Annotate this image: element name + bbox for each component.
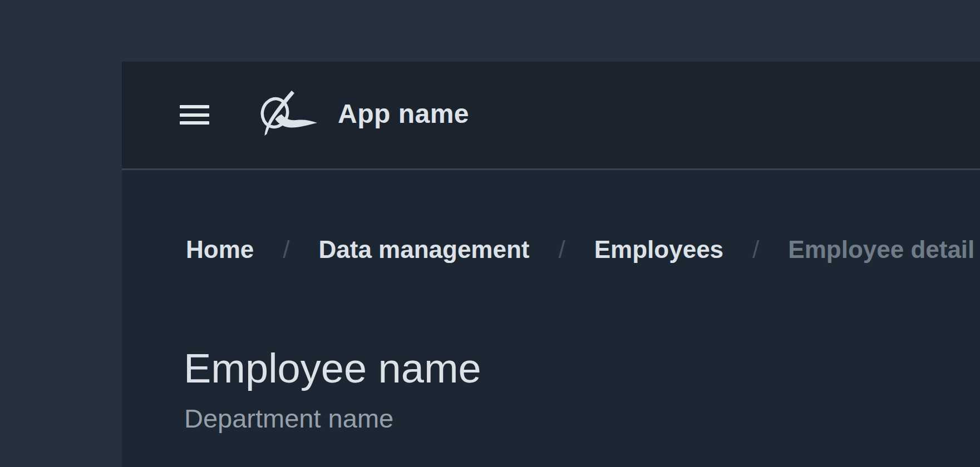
breadcrumb-item-current: Employee detail [788,237,974,262]
breadcrumb-item-home[interactable]: Home [186,237,254,262]
menu-button[interactable] [180,105,209,125]
app-logo[interactable] [259,91,317,138]
page-subtitle: Department name [184,405,393,431]
breadcrumb-separator: / [283,237,289,262]
breadcrumb: Home / Data management / Employees / Emp… [186,237,974,262]
breadcrumb-separator: / [559,237,565,262]
app-window: App name Home / Data management / Employ… [0,0,980,467]
breadcrumb-item-employees[interactable]: Employees [594,237,723,262]
breadcrumb-separator: / [752,237,759,262]
page-title: Employee name [184,348,481,389]
breadcrumb-item-data-management[interactable]: Data management [318,237,529,262]
app-name: App name [338,101,469,127]
app-header: App name [122,62,980,170]
hamburger-icon [180,105,209,125]
boeing-swoosh-icon [259,91,317,138]
